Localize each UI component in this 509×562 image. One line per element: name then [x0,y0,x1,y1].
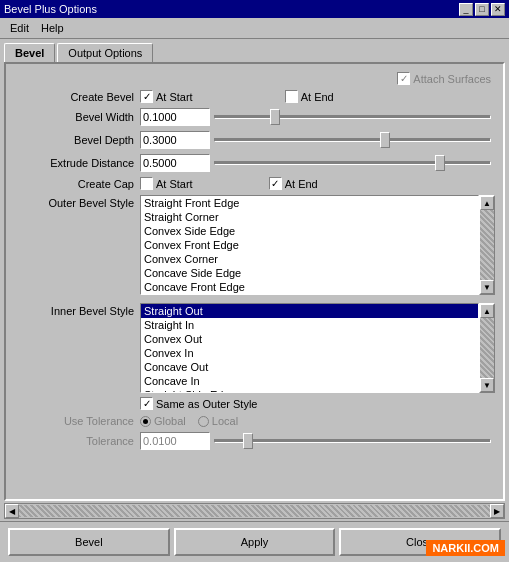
list-item[interactable]: Straight Side Edge [141,388,478,393]
bevel-width-label: Bevel Width [14,111,134,123]
scroll-up-button[interactable]: ▲ [480,196,494,210]
attach-surfaces-checkbox[interactable] [397,72,410,85]
bevel-button[interactable]: Bevel [8,528,170,556]
window: Bevel Plus Options _ □ ✕ Edit Help Bevel… [0,0,509,562]
create-bevel-row: Create Bevel At Start At End [14,90,495,103]
menu-edit[interactable]: Edit [4,20,35,36]
close-button[interactable]: ✕ [491,3,505,16]
list-item[interactable]: Concave In [141,374,478,388]
create-bevel-checks: At Start At End [140,90,334,103]
window-title: Bevel Plus Options [4,3,97,15]
bevel-width-input[interactable] [140,108,210,126]
cap-at-start-label: At Start [140,177,193,190]
same-as-outer-checkbox[interactable] [140,397,153,410]
bevel-depth-input[interactable] [140,131,210,149]
menu-help[interactable]: Help [35,20,70,36]
outer-bevel-row: Outer Bevel Style Straight Front Edge St… [14,195,495,295]
cap-at-start-checkbox[interactable] [140,177,153,190]
tab-output-options[interactable]: Output Options [57,43,153,62]
attach-surfaces-label: Attach Surfaces [397,72,491,85]
list-item[interactable]: Concave Front Edge [141,280,478,294]
tab-bar: Bevel Output Options [0,39,509,62]
scroll-right-button[interactable]: ▶ [490,504,504,518]
tolerance-row: Tolerance [14,432,495,450]
cap-at-end-checkbox[interactable] [269,177,282,190]
at-end-checkbox[interactable] [285,90,298,103]
bevel-width-slider[interactable] [214,115,491,119]
list-item[interactable]: Straight Corner [141,210,478,224]
outer-bevel-listbox[interactable]: Straight Front Edge Straight Corner Conv… [140,195,479,295]
list-item[interactable]: Convex Front Edge [141,238,478,252]
outer-bevel-label: Outer Bevel Style [14,195,134,209]
list-item[interactable]: Concave Out [141,360,478,374]
cap-at-end-label: At End [269,177,318,190]
bevel-depth-slider[interactable] [214,138,491,142]
scroll-track [480,318,494,378]
bevel-depth-label: Bevel Depth [14,134,134,146]
tolerance-input[interactable] [140,432,210,450]
extrude-distance-row: Extrude Distance [14,154,495,172]
h-scrollbar[interactable]: ◀ ▶ [4,503,505,519]
at-end-label: At End [285,90,334,103]
inner-bevel-listbox-container: Straight Out Straight In Convex Out Conv… [140,303,495,393]
extrude-distance-slider[interactable] [214,161,491,165]
title-bar: Bevel Plus Options _ □ ✕ [0,0,509,18]
scroll-left-button[interactable]: ◀ [5,504,19,518]
title-controls: _ □ ✕ [459,3,505,16]
maximize-button[interactable]: □ [475,3,489,16]
same-as-outer-row: Same as Outer Style [140,397,495,410]
scroll-track [480,210,494,280]
list-item[interactable]: Convex Out [141,332,478,346]
list-item[interactable]: Convex In [141,346,478,360]
outer-bevel-listbox-container: Straight Front Edge Straight Corner Conv… [140,195,495,295]
list-item-selected[interactable]: Convex Crease [141,294,478,295]
inner-bevel-scrollbar[interactable]: ▲ ▼ [479,303,495,393]
outer-bevel-scrollbar[interactable]: ▲ ▼ [479,195,495,295]
create-bevel-label: Create Bevel [14,91,134,103]
scroll-down-button[interactable]: ▼ [480,378,494,392]
create-cap-checks: At Start At End [140,177,318,190]
inner-bevel-listbox[interactable]: Straight Out Straight In Convex Out Conv… [140,303,479,393]
scroll-track-h [19,505,490,517]
global-radio[interactable]: Global [140,415,186,427]
list-item-selected[interactable]: Straight Out [141,304,478,318]
tab-bevel[interactable]: Bevel [4,43,55,62]
at-start-checkbox[interactable] [140,90,153,103]
main-panel: Attach Surfaces Create Bevel At Start At… [4,62,505,501]
bevel-styles: Outer Bevel Style Straight Front Edge St… [14,195,495,299]
list-item[interactable]: Straight Front Edge [141,196,478,210]
inner-bevel-row: Inner Bevel Style Straight Out Straight … [14,303,495,393]
inner-bevel-label: Inner Bevel Style [14,303,134,317]
use-tolerance-label: Use Tolerance [14,415,134,427]
extrude-distance-input[interactable] [140,154,210,172]
watermark: NARKII.COM [426,540,505,556]
same-as-outer-label: Same as Outer Style [156,398,258,410]
at-start-label: At Start [140,90,193,103]
list-item[interactable]: Concave Side Edge [141,266,478,280]
menu-bar: Edit Help [0,18,509,39]
list-item[interactable]: Straight In [141,318,478,332]
create-cap-row: Create Cap At Start At End [14,177,495,190]
apply-button[interactable]: Apply [174,528,336,556]
bevel-width-row: Bevel Width [14,108,495,126]
list-item[interactable]: Convex Side Edge [141,224,478,238]
scroll-down-button[interactable]: ▼ [480,280,494,294]
scroll-up-button[interactable]: ▲ [480,304,494,318]
button-bar: Bevel Apply Close NARKII.COM [0,521,509,562]
minimize-button[interactable]: _ [459,3,473,16]
tolerance-label: Tolerance [14,435,134,447]
local-radio[interactable]: Local [198,415,238,427]
use-tolerance-row: Use Tolerance Global Local [14,415,495,427]
bevel-depth-row: Bevel Depth [14,131,495,149]
tolerance-slider[interactable] [214,439,491,443]
create-cap-label: Create Cap [14,178,134,190]
extrude-distance-label: Extrude Distance [14,157,134,169]
list-item[interactable]: Convex Corner [141,252,478,266]
attach-surfaces-row: Attach Surfaces [14,72,495,85]
